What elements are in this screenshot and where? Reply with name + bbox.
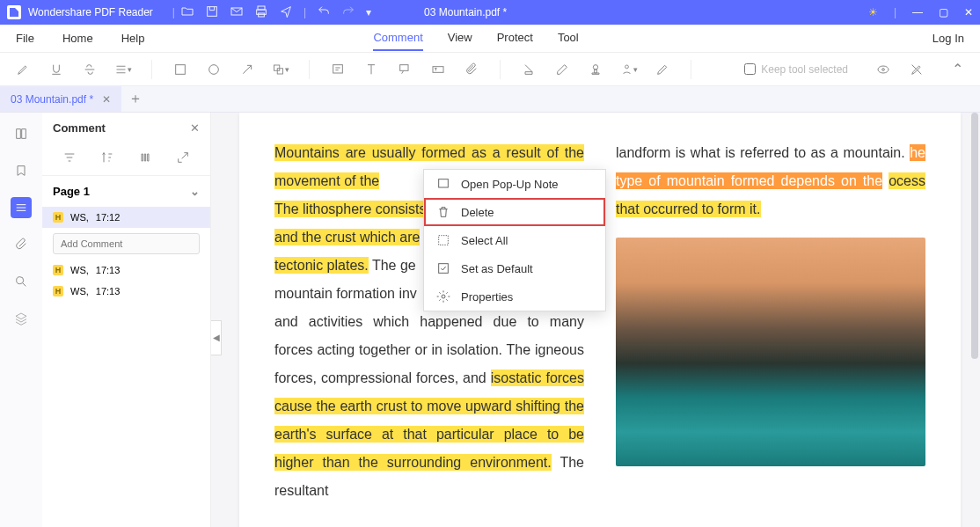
document-tab[interactable]: 03 Mountain.pdf * ✕ bbox=[0, 86, 121, 112]
theme-icon[interactable]: ☀ bbox=[868, 6, 878, 18]
attach-tool-icon[interactable] bbox=[463, 61, 480, 78]
options-icon[interactable] bbox=[138, 150, 152, 168]
export-icon[interactable] bbox=[176, 150, 190, 168]
doc-title: 03 Mountain.pdf * bbox=[424, 6, 507, 18]
menu-comment[interactable]: Comment bbox=[373, 26, 422, 51]
svg-rect-4 bbox=[259, 13, 265, 17]
close-window-icon[interactable]: ✕ bbox=[964, 6, 973, 18]
tab-close-icon[interactable]: ✕ bbox=[102, 93, 111, 106]
new-tab-button[interactable]: ＋ bbox=[128, 90, 143, 108]
redo-icon[interactable] bbox=[341, 4, 355, 21]
comment-user: WS, bbox=[70, 265, 89, 275]
svg-rect-8 bbox=[277, 68, 282, 73]
print-icon[interactable] bbox=[254, 4, 268, 21]
list-tool-icon[interactable]: ▾ bbox=[114, 61, 132, 78]
comment-time: 17:13 bbox=[96, 265, 121, 275]
highlight-mark-icon: H bbox=[53, 265, 63, 275]
add-comment-input[interactable] bbox=[53, 233, 200, 254]
sort-icon[interactable] bbox=[100, 150, 114, 168]
menu-label: Set as Default bbox=[461, 262, 533, 275]
menu-tool[interactable]: Tool bbox=[558, 26, 579, 51]
minimize-icon[interactable]: ― bbox=[912, 6, 923, 18]
svg-rect-19 bbox=[439, 264, 449, 274]
underline-tool-icon[interactable] bbox=[48, 61, 65, 78]
collapse-toolbar-icon[interactable]: ⌃ bbox=[948, 61, 966, 78]
titlebar: Wondershare PDF Reader | | ▾ 03 Mountain… bbox=[0, 0, 980, 25]
maximize-icon[interactable]: ▢ bbox=[939, 6, 948, 18]
mail-icon[interactable] bbox=[230, 4, 244, 21]
open-folder-icon[interactable] bbox=[180, 4, 194, 21]
menu-open-popup[interactable]: Open Pop-Up Note bbox=[424, 170, 605, 198]
share-icon[interactable] bbox=[279, 4, 293, 21]
svg-rect-17 bbox=[439, 179, 449, 187]
signature-tool-icon[interactable]: ▾ bbox=[620, 61, 638, 78]
mountain-photo bbox=[616, 238, 925, 466]
comment-item[interactable]: H WS, 17:13 bbox=[42, 260, 210, 281]
keep-tool-label: Keep tool selected bbox=[761, 63, 848, 76]
svg-rect-11 bbox=[433, 66, 443, 72]
filter-icon[interactable] bbox=[62, 150, 77, 168]
tab-label: 03 Mountain.pdf * bbox=[11, 93, 93, 106]
eraser-tool-icon[interactable] bbox=[553, 61, 571, 78]
thumbnails-icon[interactable] bbox=[11, 123, 32, 144]
keep-tool-checkbox[interactable]: Keep tool selected bbox=[744, 63, 848, 76]
attachments-rail-icon[interactable] bbox=[11, 234, 32, 255]
callout-tool-icon[interactable] bbox=[396, 61, 413, 78]
chevron-down-icon: ⌄ bbox=[190, 185, 200, 198]
comment-time: 17:12 bbox=[96, 212, 121, 223]
bookmarks-icon[interactable] bbox=[11, 160, 32, 181]
svg-point-14 bbox=[878, 66, 889, 73]
textbox-tool-icon[interactable] bbox=[429, 61, 447, 78]
menu-delete[interactable]: Delete bbox=[424, 198, 605, 226]
highlighted-text[interactable]: tectonic plates. bbox=[274, 257, 369, 274]
note-tool-icon[interactable] bbox=[329, 61, 347, 78]
strikethrough-tool-icon[interactable] bbox=[81, 61, 99, 78]
highlight-mark-icon: H bbox=[53, 286, 63, 296]
login-link[interactable]: Log In bbox=[932, 32, 964, 45]
circle-tool-icon[interactable] bbox=[205, 61, 223, 78]
select-all-icon bbox=[436, 233, 450, 247]
panel-close-icon[interactable]: ✕ bbox=[190, 121, 200, 135]
comment-time: 17:13 bbox=[96, 286, 121, 296]
collapse-panel-button[interactable]: ◀ bbox=[211, 320, 222, 355]
vertical-scrollbar[interactable] bbox=[971, 113, 978, 359]
comment-item[interactable]: H WS, 17:12 bbox=[42, 207, 210, 228]
shape-tool-icon[interactable]: ▾ bbox=[272, 61, 289, 78]
menu-select-all[interactable]: Select All bbox=[424, 226, 605, 254]
comments-rail-icon[interactable] bbox=[11, 197, 32, 218]
menu-set-default[interactable]: Set as Default bbox=[424, 254, 605, 282]
stamp-tool-icon[interactable] bbox=[587, 61, 604, 78]
menu-protect[interactable]: Protect bbox=[497, 26, 533, 51]
highlighted-text[interactable]: and the crust which are bbox=[274, 229, 420, 245]
area-highlight-icon[interactable] bbox=[520, 61, 538, 78]
arrow-tool-icon[interactable] bbox=[238, 61, 256, 78]
menu-file[interactable]: File bbox=[16, 26, 34, 50]
pencil-tool-icon[interactable] bbox=[654, 61, 671, 78]
comment-panel: Comment ✕ Page 1 ⌄ H WS, 17:12 H WS, 17:… bbox=[42, 113, 211, 527]
svg-point-20 bbox=[442, 295, 445, 298]
comment-item[interactable]: H WS, 17:13 bbox=[42, 281, 210, 302]
menu-home[interactable]: Home bbox=[62, 26, 93, 50]
save-icon[interactable] bbox=[205, 4, 219, 21]
svg-rect-18 bbox=[439, 236, 449, 245]
undo-icon[interactable] bbox=[317, 4, 331, 21]
layers-rail-icon[interactable] bbox=[11, 308, 32, 329]
comment-user: WS, bbox=[70, 212, 89, 223]
search-rail-icon[interactable] bbox=[11, 271, 32, 292]
menu-label: Open Pop-Up Note bbox=[461, 178, 559, 191]
text-tool-icon[interactable] bbox=[362, 61, 380, 78]
page-section-toggle[interactable]: Page 1 ⌄ bbox=[42, 176, 210, 207]
rectangle-tool-icon[interactable] bbox=[172, 61, 189, 78]
more-icon[interactable]: ▾ bbox=[366, 6, 371, 18]
highlight-tool-icon[interactable] bbox=[14, 61, 32, 78]
menu-help[interactable]: Help bbox=[121, 26, 145, 50]
svg-rect-9 bbox=[333, 64, 343, 72]
menu-view[interactable]: View bbox=[448, 26, 472, 51]
svg-rect-0 bbox=[208, 6, 217, 16]
hide-comments-icon[interactable] bbox=[908, 61, 925, 78]
show-comments-icon[interactable] bbox=[874, 61, 892, 78]
left-rail bbox=[0, 113, 42, 527]
highlighted-text[interactable]: The lithosphere consists bbox=[274, 201, 427, 217]
keep-tool-input[interactable] bbox=[744, 63, 756, 75]
menu-properties[interactable]: Properties bbox=[424, 282, 605, 311]
